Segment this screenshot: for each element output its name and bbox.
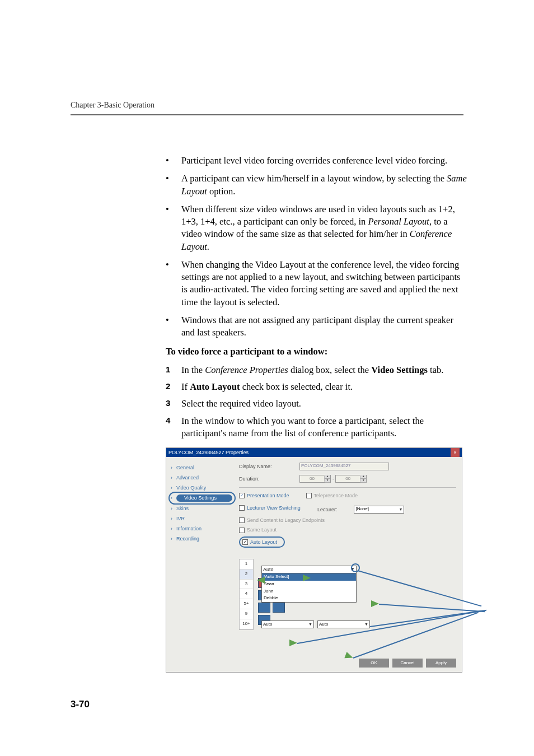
- dropdown-option[interactable]: Debbie: [262, 595, 356, 602]
- annotation-arrow-icon: [257, 577, 265, 584]
- step-text: Select the required video layout.: [181, 398, 301, 409]
- bullet-list: Participant level video forcing override…: [166, 155, 467, 339]
- lecturer-switching-label: Lecturer View Switching: [247, 505, 301, 511]
- nav-item-ivr[interactable]: IVR: [170, 514, 235, 524]
- chevron-down-icon: ▼: [308, 622, 312, 627]
- participant-dropdown-2[interactable]: Auto▼: [261, 620, 314, 628]
- annotation-line: [353, 612, 479, 659]
- annotation-line: [379, 604, 485, 612]
- bullet-text: Windows that are not assigned any partic…: [181, 315, 453, 338]
- content-area: Participant level video forcing override…: [166, 155, 467, 673]
- divider: [239, 487, 456, 488]
- bold-text: Video Settings: [371, 365, 428, 375]
- nav-item-skins[interactable]: Skins: [170, 503, 235, 514]
- step-text: tab.: [428, 365, 443, 375]
- header-rule: [71, 114, 463, 115]
- annotation-arrow-icon: [371, 600, 379, 607]
- step-item: 4In the window to which you want to forc…: [166, 415, 467, 440]
- nav-item-advanced[interactable]: Advanced: [170, 473, 235, 483]
- step-text: In the window to which you want to force…: [181, 416, 424, 438]
- duration-row: Duration: 00 ▲▼ : 00 ▲▼: [239, 475, 456, 483]
- telepresence-mode-label: Telepresence Mode: [314, 492, 358, 499]
- telepresence-mode-checkbox: Telepresence Mode: [306, 492, 358, 499]
- checkbox-group: ✓Presentation Mode Telepresence Mode Lec…: [239, 492, 456, 548]
- dropdown-option[interactable]: John: [262, 588, 356, 595]
- bullet-item: When different size video windows are us…: [166, 203, 467, 253]
- step-item: 3Select the required video layout.: [166, 398, 467, 410]
- bold-text: Auto Layout: [190, 381, 240, 392]
- dialog-main-panel: Display Name: POLYCOM_2439884527 Duratio…: [239, 463, 456, 652]
- page-header: Chapter 3-Basic Operation: [71, 101, 154, 110]
- lecturer-label: Lecturer:: [317, 506, 338, 513]
- numbered-steps: 1In the Conference Properties dialog box…: [166, 364, 467, 440]
- dialog-nav-sidebar: General Advanced Video Quality Video Set…: [170, 463, 235, 544]
- layout-count-5plus[interactable]: 5+: [240, 599, 253, 609]
- nav-item-information[interactable]: Information: [170, 524, 235, 534]
- italic-text: Conference Properties: [205, 365, 288, 375]
- dialog-title: POLYCOM_2439884527 Properties: [168, 448, 249, 457]
- duration-label: Duration:: [239, 475, 299, 482]
- page-number: 3-70: [71, 699, 90, 710]
- step-number: 4: [166, 415, 170, 426]
- send-legacy-label: Send Content to Legacy Endpoints: [247, 517, 325, 524]
- chevron-down-icon: ▼: [364, 622, 368, 627]
- nav-item-general[interactable]: General: [170, 463, 235, 473]
- layout-thumb[interactable]: [258, 603, 270, 613]
- presentation-mode-label: Presentation Mode: [247, 492, 289, 499]
- duration-minutes-spinner[interactable]: 00 ▲▼: [335, 475, 367, 483]
- step-number: 2: [166, 381, 170, 392]
- bullet-item: A participant can view him/herself in a …: [166, 172, 467, 198]
- lecturer-switching-checkbox[interactable]: Lecturer View Switching: [239, 505, 301, 511]
- auto-layout-checkbox[interactable]: ✓: [242, 539, 248, 545]
- layout-count-sidebar: 1 2 3 4 5+ 9 10+: [239, 559, 254, 630]
- bullet-item: When changing the Video Layout at the co…: [166, 259, 467, 309]
- lecturer-dropdown[interactable]: [None]▼: [354, 506, 404, 514]
- step-text: If: [181, 381, 190, 392]
- layout-count-10plus[interactable]: 10+: [240, 619, 253, 629]
- dropdown-selected-value: Auto: [263, 566, 274, 573]
- ok-button[interactable]: OK: [359, 659, 389, 668]
- layout-count-3[interactable]: 3: [240, 580, 253, 590]
- participant-dropdown-3[interactable]: Auto▼: [317, 620, 370, 628]
- layout-count-9[interactable]: 9: [240, 609, 253, 619]
- step-text: dialog box, select the: [288, 365, 371, 375]
- layout-count-2[interactable]: 2: [240, 570, 253, 580]
- bullet-item: Participant level video forcing override…: [166, 155, 467, 167]
- italic-text: Personal Layout: [368, 216, 429, 227]
- dropdown-value: Auto: [263, 622, 272, 628]
- annotation-arrow-icon: [289, 640, 297, 646]
- nav-item-recording[interactable]: Recording: [170, 534, 235, 544]
- properties-dialog-screenshot: POLYCOM_2439884527 Properties × General …: [166, 447, 462, 673]
- duration-hours-value: 00: [300, 476, 325, 482]
- layout-count-4[interactable]: 4: [240, 589, 253, 599]
- presentation-mode-checkbox[interactable]: ✓Presentation Mode: [239, 492, 289, 499]
- display-name-field[interactable]: POLYCOM_2439884527: [299, 463, 389, 470]
- step-number: 3: [166, 398, 170, 409]
- chevron-down-icon: ▼: [399, 507, 402, 512]
- layout-thumb[interactable]: [273, 603, 285, 613]
- step-item: 2If Auto Layout check box is selected, c…: [166, 381, 467, 393]
- dropdown-option[interactable]: Sean: [262, 581, 356, 588]
- display-name-row: Display Name: POLYCOM_2439884527: [239, 463, 456, 470]
- display-name-label: Display Name:: [239, 463, 299, 470]
- duration-minutes-value: 00: [336, 476, 360, 482]
- step-number: 1: [166, 364, 170, 375]
- bullet-text: option.: [207, 186, 235, 197]
- bullet-text: When changing the Video Layout at the co…: [181, 259, 461, 307]
- cancel-button[interactable]: Cancel: [392, 659, 423, 668]
- dialog-button-bar: OK Cancel Apply: [359, 659, 456, 668]
- auto-layout-label: Auto Layout: [250, 539, 277, 545]
- participant-dropdown-open[interactable]: Auto ▼ [Auto Select] Sean John Debbie: [261, 566, 357, 603]
- procedure-title: To video force a participant to a window…: [166, 346, 467, 358]
- bullet-item: Windows that are not assigned any partic…: [166, 314, 467, 339]
- same-layout-checkbox: Same Layout: [239, 526, 456, 533]
- auto-layout-annotation-oval: ✓ Auto Layout: [239, 536, 285, 548]
- bullet-text: .: [207, 241, 209, 252]
- annotation-circle: [168, 492, 236, 504]
- apply-button[interactable]: Apply: [426, 659, 456, 668]
- close-icon[interactable]: ×: [451, 448, 460, 457]
- step-text: check box is selected, clear it.: [240, 381, 353, 392]
- layout-count-1[interactable]: 1: [240, 559, 253, 570]
- duration-hours-spinner[interactable]: 00 ▲▼: [299, 475, 331, 483]
- bullet-text: A participant can view him/herself in a …: [181, 173, 447, 184]
